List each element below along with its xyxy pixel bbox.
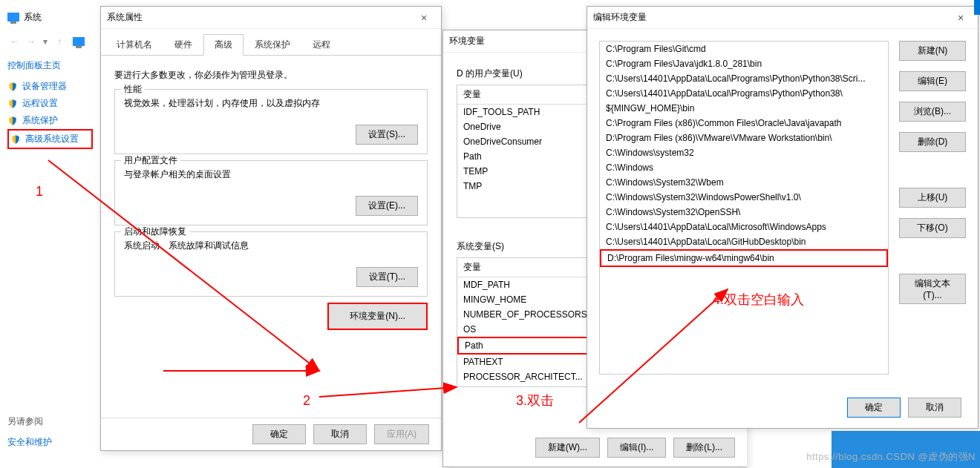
delete-button[interactable]: 删除(L)... <box>673 438 735 458</box>
list-item[interactable]: C:\Users\14401\AppData\Local\Programs\Py… <box>600 71 888 86</box>
list-item[interactable]: C:\Windows\System32\WindowsPowerShell\v1… <box>600 190 888 205</box>
apply-button[interactable]: 应用(A) <box>374 424 429 444</box>
close-icon[interactable]: × <box>950 12 972 24</box>
startup-settings-button[interactable]: 设置(T)... <box>356 267 418 287</box>
list-item[interactable]: C:\Program Files\Git\cmd <box>600 42 888 56</box>
back-arrow-icon[interactable]: ← <box>7 34 22 49</box>
window-edge <box>974 0 980 15</box>
list-item[interactable]: D:\Program Files\mingw-w64\mingw64\bin <box>600 249 888 267</box>
startup-group: 启动和故障恢复 系统启动、系统故障和调试信息 设置(T)... <box>114 231 428 297</box>
sidebar-title: 系统 <box>24 11 42 24</box>
tab-computer-name[interactable]: 计算机名 <box>105 34 163 56</box>
cancel-button[interactable]: 取消 <box>908 398 961 418</box>
tab-remote[interactable]: 远程 <box>301 34 342 56</box>
shield-icon <box>10 134 21 145</box>
path-system-icon <box>73 37 85 46</box>
dialog-title: 系统属性 <box>107 11 143 24</box>
up-button[interactable]: 上移(U) <box>899 188 966 208</box>
annotation-4: 4.双击空白输入 <box>713 291 804 309</box>
list-item[interactable]: C:\Program Files (x86)\Common Files\Orac… <box>600 116 888 131</box>
edit-env-var-dialog: 编辑环境变量× C:\Program Files\Git\cmdC:\Progr… <box>587 6 979 429</box>
see-also-label: 另请参阅 <box>7 415 52 428</box>
forward-arrow-icon[interactable]: → <box>24 34 39 49</box>
shield-icon <box>7 116 18 126</box>
perf-settings-button[interactable]: 设置(S)... <box>356 125 418 145</box>
new-button[interactable]: 新建(N) <box>899 41 966 61</box>
edit-button[interactable]: 编辑(I)... <box>607 438 666 458</box>
intro-text: 要进行大多数更改，你必须作为管理员登录。 <box>114 69 428 82</box>
profile-group: 用户配置文件 与登录帐户相关的桌面设置 设置(E)... <box>114 160 428 225</box>
list-item[interactable]: ${MINGW_HOME}\bin <box>600 101 888 116</box>
control-panel-sidebar: 系统 ← → ▾ ↑ 控制面板主页 设备管理器 远程设置 系统保护 高级系统设置… <box>0 0 100 156</box>
sidebar-item-remote[interactable]: 远程设置 <box>7 95 93 112</box>
tab-protection[interactable]: 系统保护 <box>244 34 301 56</box>
path-entries-list[interactable]: C:\Program Files\Git\cmdC:\Program Files… <box>599 41 889 375</box>
see-also-security[interactable]: 安全和维护 <box>7 434 52 451</box>
ok-button[interactable]: 确定 <box>847 398 901 418</box>
new-button[interactable]: 新建(W)... <box>535 438 600 458</box>
sidebar-item-device-manager[interactable]: 设备管理器 <box>7 78 93 95</box>
tab-advanced[interactable]: 高级 <box>203 34 244 56</box>
close-icon[interactable]: × <box>413 12 435 24</box>
shield-icon <box>7 82 18 92</box>
annotation-2: 2 <box>303 393 310 409</box>
delete-button[interactable]: 删除(D) <box>899 132 966 152</box>
profile-settings-button[interactable]: 设置(E)... <box>356 196 418 216</box>
list-item[interactable]: C:\Windows\system32 <box>600 145 888 160</box>
annotation-1: 1 <box>36 184 43 200</box>
shield-icon <box>7 99 18 109</box>
dialog-title: 环境变量 <box>449 35 485 47</box>
dialog-title: 编辑环境变量 <box>593 11 647 24</box>
env-var-button[interactable]: 环境变量(N)... <box>327 303 428 330</box>
list-item[interactable]: C:\Program Files\Java\jdk1.8.0_281\bin <box>600 56 888 71</box>
down-button[interactable]: 下移(O) <box>899 218 966 238</box>
perf-group: 性能 视觉效果，处理器计划，内存使用，以及虚拟内存 设置(S)... <box>114 89 428 154</box>
edit-text-button[interactable]: 编辑文本(T)... <box>899 274 966 304</box>
sidebar-home-link[interactable]: 控制面板主页 <box>7 59 93 72</box>
list-item[interactable]: C:\Users\14401\AppData\Local\Programs\Py… <box>600 86 888 101</box>
system-properties-dialog: 系统属性× 计算机名 硬件 高级 系统保护 远程 要进行大多数更改，你必须作为管… <box>100 6 442 451</box>
list-item[interactable]: D:\Program Files (x86)\VMware\VMware Wor… <box>600 131 888 145</box>
sidebar-item-protection[interactable]: 系统保护 <box>7 112 93 129</box>
browse-button[interactable]: 浏览(B)... <box>899 102 966 122</box>
list-item[interactable]: C:\Windows\System32\OpenSSH\ <box>600 205 888 220</box>
list-item[interactable]: C:\Users\14401\AppData\Local\Microsoft\W… <box>600 220 888 234</box>
system-icon <box>7 13 19 22</box>
list-item[interactable]: C:\Windows\System32\Wbem <box>600 175 888 190</box>
tab-bar: 计算机名 硬件 高级 系统保护 远程 <box>101 29 441 56</box>
list-item[interactable]: C:\Users\14401\AppData\Local\GitHubDeskt… <box>600 234 888 249</box>
cancel-button[interactable]: 取消 <box>313 424 367 444</box>
annotation-3: 3.双击 <box>516 392 554 409</box>
tab-hardware[interactable]: 硬件 <box>163 34 203 56</box>
ok-button[interactable]: 确定 <box>252 424 306 444</box>
watermark: https://blog.csdn.CSDN @虚伪的强N <box>806 450 976 464</box>
edit-button[interactable]: 编辑(E) <box>899 71 966 91</box>
list-item[interactable]: C:\Windows <box>600 160 888 175</box>
up-arrow-icon[interactable]: ↑ <box>52 34 67 49</box>
sidebar-item-advanced[interactable]: 高级系统设置 <box>7 129 93 149</box>
